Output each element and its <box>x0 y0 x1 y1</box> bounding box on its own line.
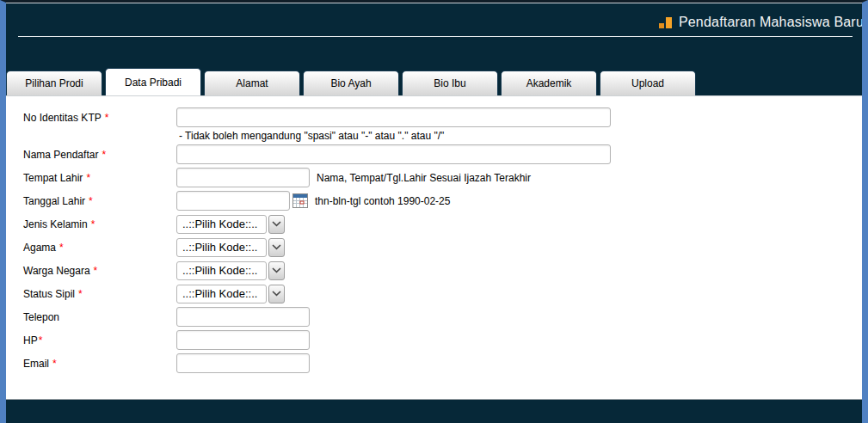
tanggal-lahir-input[interactable] <box>176 191 290 211</box>
agama-dropdown-button[interactable] <box>268 238 285 257</box>
required-marker: * <box>94 265 98 277</box>
chevron-down-icon <box>272 221 281 227</box>
page-header: Pendaftaran Mahasiswa Baru Pilihan Prodi… <box>6 3 862 95</box>
nama-pendaftar-input[interactable] <box>176 144 611 164</box>
jenis-kelamin-select[interactable]: ..::Pilih Kode::.. <box>176 215 267 234</box>
field-row-hp: HP* <box>23 330 862 350</box>
field-label-hp: HP* <box>23 334 176 346</box>
title-underline <box>18 36 853 37</box>
field-row-warga-negara: Warga Negara* ..::Pilih Kode::.. <box>23 261 862 280</box>
hp-input[interactable] <box>176 330 310 350</box>
field-label-email: Email* <box>23 358 176 370</box>
chevron-down-icon <box>272 291 281 297</box>
jenis-kelamin-dropdown-button[interactable] <box>268 215 285 234</box>
field-label-tempat-lahir: Tempat Lahir* <box>23 172 176 184</box>
field-label-warga-negara: Warga Negara* <box>23 265 176 277</box>
field-label-no-identitas-ktp: No Identitas KTP* <box>23 112 176 124</box>
field-row-no-identitas-ktp: No Identitas KTP* <box>23 107 862 127</box>
tab-bar: Pilihan Prodi Data Pribadi Alamat Bio Ay… <box>6 68 699 95</box>
required-marker: * <box>78 288 83 300</box>
brand: Pendaftaran Mahasiswa Baru <box>659 15 862 30</box>
page-title: Pendaftaran Mahasiswa Baru <box>679 15 862 30</box>
warga-negara-select[interactable]: ..::Pilih Kode::.. <box>176 261 267 280</box>
hint-tanggal-lahir: thn-bln-tgl contoh 1990-02-25 <box>315 195 450 207</box>
field-row-jenis-kelamin: Jenis Kelamin* ..::Pilih Kode::.. <box>23 214 862 234</box>
chevron-down-icon <box>272 267 281 273</box>
status-sipil-select[interactable]: ..::Pilih Kode::.. <box>176 285 267 303</box>
email-input[interactable] <box>176 353 310 373</box>
field-label-tanggal-lahir: Tanggal Lahir* <box>23 195 176 207</box>
tab-pilihan-prodi[interactable]: Pilihan Prodi <box>6 70 102 95</box>
field-label-nama-pendaftar: Nama Pendaftar* <box>23 149 176 161</box>
hint-no-identitas-ktp: - Tidak boleh mengandung "spasi" atau "-… <box>23 131 862 141</box>
field-row-email: Email* <box>23 353 862 373</box>
required-marker: * <box>39 334 43 346</box>
tab-upload[interactable]: Upload <box>600 70 696 95</box>
required-marker: * <box>52 358 57 370</box>
required-marker: * <box>59 242 64 254</box>
field-label-status-sipil: Status Sipil* <box>23 288 176 300</box>
status-sipil-dropdown-button[interactable] <box>268 285 285 303</box>
calendar-icon[interactable] <box>292 193 308 208</box>
chevron-down-icon <box>272 244 281 250</box>
field-row-nama-pendaftar: Nama Pendaftar* <box>23 144 862 164</box>
hint-tempat-lahir: Nama, Tempat/Tgl.Lahir Sesuai Ijazah Ter… <box>317 172 531 184</box>
field-row-status-sipil: Status Sipil* ..::Pilih Kode::.. <box>23 284 862 303</box>
field-label-jenis-kelamin: Jenis Kelamin* <box>23 218 176 230</box>
field-label-agama: Agama* <box>23 242 176 254</box>
page-footer <box>6 399 862 423</box>
required-marker: * <box>91 218 95 230</box>
field-label-telepon: Telepon <box>23 311 176 323</box>
no-identitas-ktp-input[interactable] <box>176 107 611 127</box>
agama-select[interactable]: ..::Pilih Kode::.. <box>176 238 267 257</box>
field-row-tanggal-lahir: Tanggal Lahir* thn-bln-tgl contoh 1990-0… <box>23 191 862 211</box>
required-marker: * <box>105 112 109 124</box>
bar-chart-logo-icon <box>659 16 674 28</box>
field-row-telepon: Telepon <box>23 307 862 327</box>
telepon-input[interactable] <box>176 307 310 327</box>
warga-negara-dropdown-button[interactable] <box>268 261 285 280</box>
tab-bio-ibu[interactable]: Bio Ibu <box>402 70 498 95</box>
tab-alamat[interactable]: Alamat <box>204 70 300 95</box>
app-window: Pendaftaran Mahasiswa Baru Pilihan Prodi… <box>0 0 868 423</box>
tab-akademik[interactable]: Akademik <box>501 70 597 95</box>
required-marker: * <box>89 195 93 207</box>
tab-bio-ayah[interactable]: Bio Ayah <box>303 70 399 95</box>
field-row-agama: Agama* ..::Pilih Kode::.. <box>23 237 862 257</box>
required-marker: * <box>86 172 90 184</box>
tab-data-pribadi[interactable]: Data Pribadi <box>105 68 201 95</box>
required-marker: * <box>102 149 106 161</box>
field-row-tempat-lahir: Tempat Lahir* Nama, Tempat/Tgl.Lahir Ses… <box>23 168 862 187</box>
form-panel: No Identitas KTP* - Tidak boleh mengandu… <box>6 95 862 399</box>
tempat-lahir-input[interactable] <box>176 168 310 187</box>
